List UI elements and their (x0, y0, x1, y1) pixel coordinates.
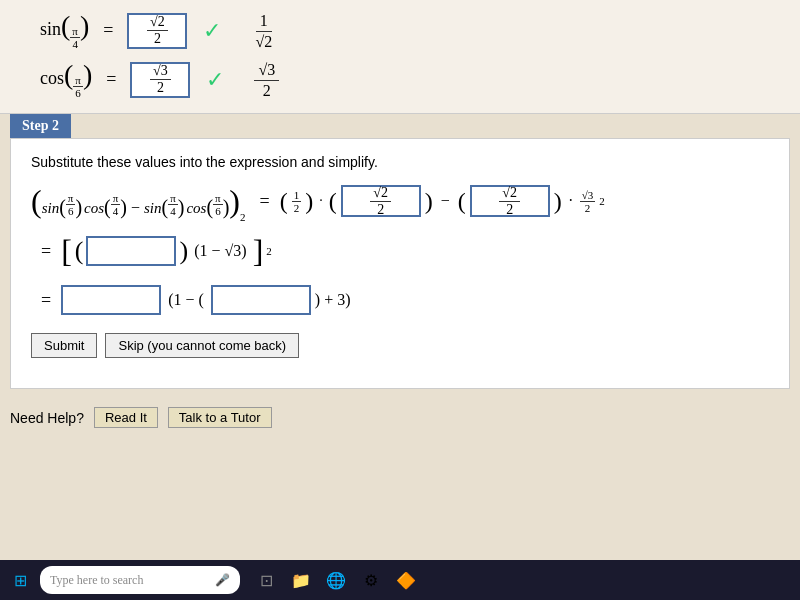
step2-container: Substitute these values into the express… (10, 138, 790, 389)
pi4-frac2: π4 (168, 192, 178, 217)
sin-pi6: sin (42, 200, 60, 217)
submit-button[interactable]: Submit (31, 333, 97, 358)
sin-pi4-label: sin(π4) (40, 12, 89, 50)
answer-display-1: 1 √2 (251, 10, 276, 51)
trig-row-1: sin(π4) = √2 2 ✓ 1 √2 (40, 10, 760, 51)
eq-sign-2: = (41, 241, 51, 262)
cos-pi6: cos (186, 200, 206, 217)
eq-sign-3: = (41, 290, 51, 311)
equals-2: = (106, 69, 116, 90)
top-section: sin(π4) = √2 2 ✓ 1 √2 cos(π6) = (0, 0, 800, 114)
line2-expr: [ ( ) (1 − √3) ] 2 (61, 235, 272, 267)
help-row: Need Help? Read It Talk to a Tutor (0, 399, 800, 436)
chrome-icon[interactable]: ⚙ (355, 564, 387, 596)
read-it-button[interactable]: Read It (94, 407, 158, 428)
cos-answer-input[interactable]: √3 2 (130, 62, 190, 98)
taskview-icon[interactable]: ⊡ (250, 564, 282, 596)
math-line-2: = [ ( ) (1 − √3) ] 2 (31, 235, 769, 267)
line3-input-2[interactable] (211, 285, 311, 315)
windows-start-button[interactable]: ⊞ (5, 565, 35, 595)
buttons-row: Submit Skip (you cannot come back) (31, 333, 769, 358)
checkmark-2: ✓ (206, 67, 224, 93)
taskbar-apps: ⊡ 📁 🌐 ⚙ 🔶 (250, 564, 422, 596)
rhs-expr-1: ( 12 ) · ( √2 2 ) − ( √2 2 ) · √32 (280, 185, 605, 217)
trig-row-2: cos(π6) = √3 2 ✓ √3 2 (40, 59, 760, 100)
mic-icon: 🎤 (215, 573, 230, 588)
math-line-1: ( sin ( π6 ) cos ( π4 ) − sin ( π4 ) cos… (31, 185, 769, 217)
rhs-input-1[interactable]: √2 2 (341, 185, 421, 217)
settings-icon[interactable]: 🔶 (390, 564, 422, 596)
checkmark-1: ✓ (203, 18, 221, 44)
windows-icon: ⊞ (14, 571, 27, 590)
sin-answer-input[interactable]: √2 2 (127, 13, 187, 49)
answer-num-2: √3 (254, 61, 279, 81)
pi6-frac2: π6 (213, 192, 223, 217)
trig-expr-1: sin(π4) = √2 2 ✓ (40, 12, 221, 50)
taskbar-search-bar[interactable]: Type here to search 🎤 (40, 566, 240, 594)
math-line-3: = (1 − ( ) + 3) (31, 285, 769, 315)
talk-to-tutor-button[interactable]: Talk to a Tutor (168, 407, 272, 428)
line3-input-1[interactable] (61, 285, 161, 315)
rhs-input-2[interactable]: √2 2 (470, 185, 550, 217)
answer-display-2: √3 2 (254, 59, 279, 100)
line2-input[interactable] (86, 236, 176, 266)
cos-pi4: cos (84, 200, 104, 217)
browser-icon[interactable]: 🌐 (320, 564, 352, 596)
answer-num-1: 1 (256, 12, 272, 32)
trig-expr-2: cos(π6) = √3 2 ✓ (40, 61, 224, 99)
taskbar: ⊞ Type here to search 🎤 ⊡ 📁 🌐 ⚙ 🔶 (0, 560, 800, 600)
skip-button[interactable]: Skip (you cannot come back) (105, 333, 299, 358)
step2-header-wrap: Step 2 (10, 114, 790, 138)
line3-expr: (1 − ( ) + 3) (61, 285, 350, 315)
pi6-frac: π6 (66, 192, 76, 217)
search-placeholder: Type here to search (50, 573, 143, 588)
equals-1: = (103, 20, 113, 41)
cos-pi6-label: cos(π6) (40, 61, 92, 99)
need-help-label: Need Help? (10, 410, 84, 426)
eq-sign-1: = (260, 191, 270, 212)
lparen-outer: ( (31, 185, 42, 217)
lhs-expr: ( sin ( π6 ) cos ( π4 ) − sin ( π4 ) cos… (31, 185, 246, 217)
step2-header: Step 2 (10, 114, 71, 138)
step2-instruction: Substitute these values into the express… (31, 154, 769, 170)
sin-pi4: sin (144, 200, 162, 217)
files-icon[interactable]: 📁 (285, 564, 317, 596)
pi4-frac: π4 (111, 192, 121, 217)
